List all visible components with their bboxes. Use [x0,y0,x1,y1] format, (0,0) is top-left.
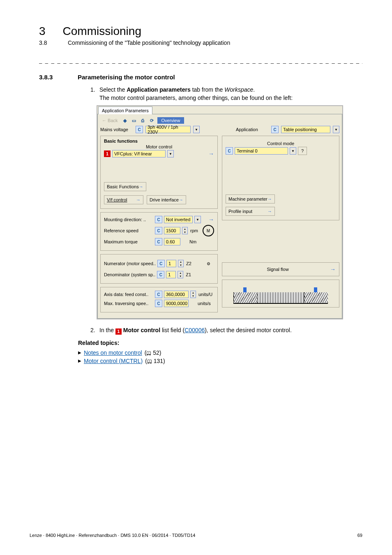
step-body: In the 1 Motor control list field (C0000… [99,327,292,335]
application-parameters-screenshot: Application Parameters ← Back ◆ ▭ ⎙ ⟳ Ov… [97,105,362,319]
basic-functions-heading: Basic functions [104,139,214,143]
footer-left: Lenze · 8400 HighLine · Referenzhandbuch… [30,533,195,538]
step-bold: Motor control [122,327,160,333]
axis-data-input[interactable]: 360,0000 [164,291,189,298]
c-badge-icon[interactable]: C [157,260,165,267]
bullet-icon: ▶ [78,350,81,355]
toolbar-nav-icon[interactable]: ▭ [130,117,138,124]
arrow-right-icon[interactable]: → [208,216,214,223]
c00006-link[interactable]: C00006 [184,327,205,333]
toolbar-nav-icon[interactable]: ⟳ [148,117,156,124]
maximum-torque-label: Maximum torque [104,239,153,244]
section-title: Commissioning of the "Table positioning"… [68,39,230,46]
notes-motor-control-link[interactable]: Notes on motor control [84,349,142,356]
page-number: 131) [154,358,165,364]
spinner-icon[interactable]: ▲▼ [178,271,183,278]
related-item: ▶ Notes on motor control (🕮 52) [78,349,362,356]
page-ref: (🕮 131) [145,358,165,364]
step-index: 2. [90,327,97,335]
separator-line: _ _ _ _ _ _ _ _ _ _ _ _ _ _ _ _ _ _ _ _ … [39,58,362,64]
table-positioning-diagram [222,280,339,308]
z1-unit: Z1 [186,272,191,277]
chapter-title: Commissioning [63,25,141,38]
units-s-unit: units/s [198,301,211,306]
chapter-number: 3 [39,25,46,38]
toolbar-nav-icon[interactable]: ◆ [121,117,129,124]
spinner-icon[interactable]: ▲▼ [182,227,188,234]
bullet-icon: ▶ [78,358,81,363]
denominator-input[interactable]: 1 [166,271,176,278]
mounting-direction-select[interactable]: Not inverted [164,216,193,223]
footer-page-number: 69 [357,533,362,538]
subsection-title: Parameterising the motor control [78,74,175,81]
spinner-icon[interactable]: ▲▼ [190,291,196,298]
c-badge-icon[interactable]: C [155,227,162,234]
step-text: Select the [99,86,127,93]
c-badge-icon[interactable]: C [155,216,162,223]
c-badge-icon[interactable]: C [136,126,143,133]
reference-speed-label: Reference speed [104,228,153,233]
nm-unit: Nm [189,239,196,244]
section-number: 3.8 [39,39,51,46]
signal-flow-label: Signal flow [226,267,330,272]
dropdown-icon[interactable]: ▼ [193,126,200,133]
reference-speed-input[interactable]: 1500 [164,227,180,234]
motor-control-mctrl-link[interactable]: Motor control (MCTRL) [84,358,143,364]
machine-parameter-button[interactable]: Machine parameter→ [226,194,275,204]
numerator-label: Numerator (motor speed.. [104,261,156,266]
c-badge-icon[interactable]: C [155,300,162,307]
step-text: list field ( [160,327,184,333]
motor-control-label: Motor control [104,144,214,149]
step-text: In the [99,327,115,333]
denominator-label: Denominator (system sp.. [104,272,155,277]
c-badge-icon[interactable]: C [155,291,162,298]
overview-button[interactable]: Overview [157,117,184,124]
arrow-right-icon: → [330,266,336,273]
motor-icon: M [203,225,214,236]
control-mode-select[interactable]: Terminal 0 [235,147,288,155]
c-badge-icon[interactable]: C [226,147,233,155]
vf-control-button[interactable]: V/f control→ [104,195,143,204]
z2-unit: Z2 [186,261,191,266]
mains-voltage-select[interactable]: 3ph 400V / 1ph 230V [145,126,191,133]
toolbar-nav-icon[interactable]: ⎙ [139,117,147,124]
application-select[interactable]: Table positioning [281,126,330,133]
c-badge-icon[interactable]: C [155,238,162,245]
dropdown-icon[interactable]: ▼ [194,216,201,223]
dropdown-icon[interactable]: ▼ [167,150,174,157]
arrow-right-icon[interactable]: → [208,150,214,157]
profile-input-button[interactable]: Profile input→ [226,207,275,216]
units-u-unit: units/U [198,292,212,297]
rpm-unit: rpm [190,228,198,233]
control-mode-label: Control mode [226,141,336,146]
back-button[interactable]: ← Back [100,118,120,123]
numerator-input[interactable]: 1 [166,260,176,267]
step-text: tab from the [191,86,224,93]
step-2: 2. In the 1 Motor control list field (C0… [90,327,362,335]
subsection-number: 3.8.3 [39,74,65,81]
step-1: 1. Select the Application parameters tab… [90,86,362,93]
step-body: Select the Application parameters tab fr… [99,86,255,93]
tab-application-parameters[interactable]: Application Parameters [98,106,152,114]
drive-interface-button[interactable]: Drive interface→ [147,195,186,204]
callout-1-inline-icon: 1 [115,328,122,335]
help-button[interactable]: ? [298,147,307,155]
spinner-icon[interactable]: ▲▼ [178,260,184,267]
dropdown-icon[interactable]: ▼ [333,126,339,133]
step-text: ), select the desired motor control. [205,327,292,333]
c-badge-icon[interactable]: C [157,271,164,278]
book-icon: 🕮 [147,358,152,364]
dropdown-icon[interactable]: ▼ [290,147,296,155]
step-index: 1. [90,86,97,93]
axis-data-label: Axis data: feed const.. [104,292,153,297]
motor-control-select[interactable]: VFCplus: V/f linear [112,150,166,157]
related-item: ▶ Motor control (MCTRL) (🕮 131) [78,358,362,364]
c-badge-icon[interactable]: C [271,126,279,133]
max-traversing-input[interactable]: 9000,0000 [164,300,189,307]
signal-flow-button[interactable]: Signal flow → [222,262,339,276]
application-label: Application [236,127,269,132]
basic-functions-button[interactable]: Basic Functions→ [104,182,146,191]
step-bold: Application parameters [127,86,191,93]
maximum-torque-input[interactable]: 0.60 [164,238,180,245]
max-traversing-label: Max. traversing spee.. [104,301,153,306]
